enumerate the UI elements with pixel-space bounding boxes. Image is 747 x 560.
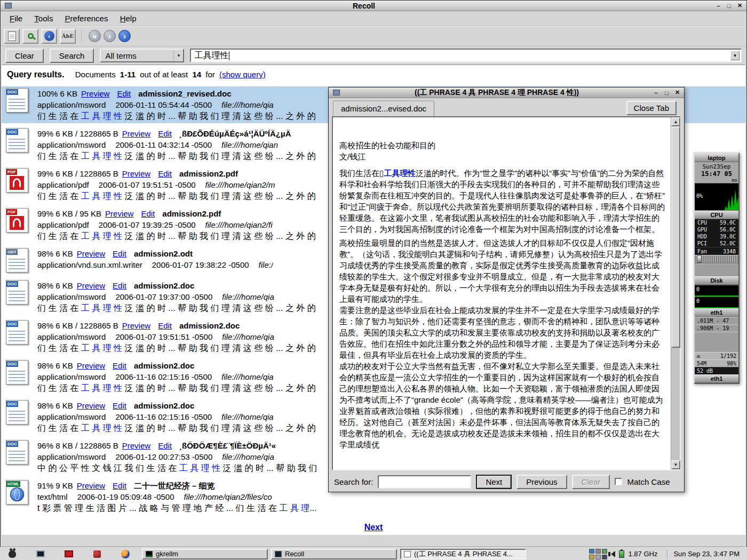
chevron-down-icon[interactable]: ▼ <box>730 51 740 60</box>
preview-link[interactable]: Preview <box>77 281 105 290</box>
clear-search-button[interactable] <box>4 29 20 44</box>
term-explorer-button[interactable]: ÂbÈ <box>60 29 76 44</box>
preview-task-icon <box>404 551 411 557</box>
preview-link[interactable]: Preview <box>77 481 105 490</box>
edit-link[interactable]: Edit <box>158 169 172 178</box>
preview-link[interactable]: Preview <box>77 361 105 370</box>
show-query-link[interactable]: (show query) <box>219 70 266 79</box>
edit-link[interactable]: Edit <box>158 129 172 138</box>
results-summary-title: Query results. <box>7 70 65 79</box>
result-mime: application/msword <box>37 372 106 381</box>
preview-link[interactable]: Preview <box>122 441 150 450</box>
search-mode-select[interactable]: All terms ▼ <box>100 49 184 62</box>
edit-link[interactable]: Edit <box>158 321 172 330</box>
start-search-button[interactable] <box>22 29 38 44</box>
search-row: Clear Search All terms ▼ 工具理性 ▼ <box>1 46 746 65</box>
firefox-launcher-icon[interactable] <box>120 549 131 559</box>
preview-link[interactable]: Preview <box>122 129 150 138</box>
tray-icon[interactable] <box>589 549 594 554</box>
query-input[interactable]: 工具理性 ▼ <box>190 49 742 62</box>
scrollbar[interactable]: ▲ ▼ <box>671 117 680 469</box>
result-url: file:///home/qia <box>222 452 274 461</box>
tray-icon[interactable] <box>589 555 594 559</box>
close-button[interactable]: ✕ <box>673 89 682 97</box>
edit-link[interactable]: Edit <box>113 361 126 370</box>
taskbar-item-gkrellm[interactable]: gkrellm <box>142 549 268 559</box>
terminal-launcher-icon[interactable] <box>35 549 46 559</box>
match-case-checkbox[interactable] <box>615 478 622 485</box>
edit-link[interactable]: Edit <box>141 209 155 218</box>
preview-tab-bar: admission2...evised.doc Close Tab <box>329 99 684 116</box>
preview-link[interactable]: Preview <box>77 401 105 410</box>
tray-icon[interactable] <box>602 555 607 559</box>
search-button[interactable]: Search <box>50 49 94 63</box>
preview-link[interactable]: Preview <box>81 89 109 98</box>
clear-button[interactable]: Clear <box>5 49 44 63</box>
battery-icon[interactable] <box>619 550 624 558</box>
find-next-button[interactable]: Next <box>476 475 512 489</box>
find-previous-button[interactable]: Previous <box>516 475 567 489</box>
first-page-icon[interactable]: « <box>89 30 101 42</box>
menu-file[interactable]: File <box>5 11 27 26</box>
pdf-file-icon: PDF <box>5 168 31 194</box>
edit-link[interactable]: Edit <box>158 441 172 450</box>
cpu-chart: 0% <box>695 183 738 211</box>
edit-link[interactable]: Edit <box>113 481 126 490</box>
menu-tools[interactable]: Tools <box>29 11 58 26</box>
scroll-up-icon[interactable]: ▲ <box>671 117 680 126</box>
scroll-down-icon[interactable]: ▼ <box>671 460 680 469</box>
edit-link[interactable]: Edit <box>113 281 126 290</box>
edit-link[interactable]: Edit <box>113 249 126 258</box>
previous-page-icon[interactable]: ‹ <box>104 30 116 42</box>
preview-tab[interactable]: admission2...evised.doc <box>333 101 434 116</box>
footprint-launcher-icon[interactable] <box>6 549 18 559</box>
sensor-row: GPU56.0C <box>695 226 738 233</box>
preview-link[interactable]: Preview <box>122 169 150 178</box>
result-abstract: 们 生 活 在 工 具 理 性 泛 滥 的 时 ... 帮 助 我 们 理 清 … <box>37 230 316 242</box>
maximize-button[interactable]: □ <box>725 2 734 10</box>
result-title: admission2.odt <box>134 249 193 258</box>
taskbar-item-preview[interactable]: ((工 PHRASE 4 具 PHRASE 4... <box>400 549 526 559</box>
bottom-panel-label: eth1 <box>695 374 738 383</box>
next-page-link[interactable]: Next <box>364 523 383 532</box>
maximize-button[interactable]: □ <box>662 89 671 97</box>
gkrellm-hostname: laptop <box>695 154 738 162</box>
close-button[interactable]: ✕ <box>735 2 744 10</box>
edit-link[interactable]: Edit <box>113 401 126 410</box>
find-label: Search for: <box>334 477 373 486</box>
monitor-launcher-icon[interactable] <box>63 549 75 559</box>
menu-help[interactable]: Help <box>115 11 141 26</box>
match-case-label: Match Case <box>627 477 670 486</box>
preview-link[interactable]: Preview <box>105 209 133 218</box>
preview-title-bar[interactable]: ((工 PHRASE 4 具 PHRASE 4 理 PHRASE 4 性)) –… <box>329 87 684 98</box>
taskbar-item-recoll[interactable]: Recoll <box>271 549 397 559</box>
volume-icon[interactable] <box>611 551 615 557</box>
next-page-icon[interactable]: › <box>118 30 131 42</box>
edit-link[interactable]: Edit <box>117 89 131 98</box>
preview-link[interactable]: Preview <box>77 249 105 258</box>
find-input[interactable] <box>378 475 471 489</box>
preview-text[interactable]: 高校招生的社会功能和目的 文/钱江 我们生活在▯工具理性泛滥的时代。作为“世之显… <box>333 117 671 469</box>
preview-link[interactable]: Preview <box>122 321 150 330</box>
mail-count: 1/192 <box>720 353 736 359</box>
minimize-button[interactable]: – <box>714 2 723 10</box>
gkrellm-panel <box>695 332 738 352</box>
window-menu-icon[interactable] <box>5 3 12 9</box>
title-bar[interactable]: Recoll – □ ✕ <box>1 1 746 11</box>
close-tab-button[interactable]: Close Tab <box>626 101 677 115</box>
cpu-frequency: 1.87 GHz <box>628 550 657 558</box>
gkrellm-monitor[interactable]: laptop Sun23Sep 15:47 05 mo 0% CPU CPU59… <box>694 153 740 384</box>
result-title: admission2_revised.doc <box>138 89 231 98</box>
memory-row: 54M98% <box>695 359 738 367</box>
package-launcher-icon[interactable] <box>91 549 103 559</box>
volume-row: 52 dB <box>695 367 738 374</box>
tray-icon[interactable] <box>602 549 607 554</box>
query-history-button[interactable]: ‹ <box>41 29 57 44</box>
menu-preferences[interactable]: Preferences <box>60 11 113 26</box>
find-clear-button[interactable]: Clear <box>572 475 610 489</box>
minimize-button[interactable]: – <box>651 89 661 97</box>
scrollbar-thumb[interactable] <box>671 126 680 348</box>
tray-icon[interactable] <box>595 549 601 554</box>
tray-icon[interactable] <box>595 555 601 559</box>
result-date: 2006-01-19 05:09:48 -0500 <box>77 492 174 501</box>
